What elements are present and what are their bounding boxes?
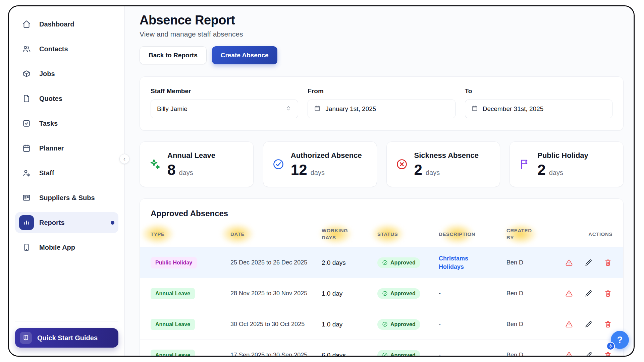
description-cell[interactable]: -: [439, 321, 441, 327]
description-cell[interactable]: -: [439, 290, 441, 297]
staff-member-select[interactable]: Billy Jamie: [151, 100, 298, 118]
sidebar-item-label: Reports: [39, 219, 65, 227]
planner-icon: [19, 141, 34, 156]
sidebar-collapse-button[interactable]: ‹: [119, 154, 129, 164]
status-label: Approved: [390, 352, 416, 356]
table-row: Annual Leave 30 Oct 2025 to 30 Oct 2025 …: [140, 309, 623, 340]
tasks-icon: [19, 116, 34, 131]
stat-title: Sickness Absence: [414, 151, 479, 160]
date-cell: 25 Dec 2025 to 26 Dec 2025: [230, 259, 322, 266]
column-header-working-days: WORKING DAYS: [322, 227, 377, 241]
quick-start-guides-label: Quick Start Guides: [37, 334, 98, 342]
status-badge: Approved: [377, 257, 420, 268]
create-absence-button[interactable]: Create Absence: [212, 46, 277, 64]
column-header-type: TYPE: [151, 231, 230, 238]
stat-title: Annual Leave: [167, 151, 215, 160]
help-button[interactable]: ?: [611, 331, 629, 349]
edit-icon[interactable]: [584, 259, 592, 267]
status-badge: Approved: [377, 319, 420, 330]
sidebar-item[interactable]: Jobs: [15, 63, 118, 84]
stat-unit: days: [549, 169, 563, 177]
check-circle-icon: [382, 352, 388, 356]
filter-panel: Staff Member Billy Jamie From January 1s…: [140, 76, 624, 131]
sidebar-item[interactable]: Dashboard: [15, 14, 118, 35]
book-icon: [20, 332, 32, 344]
description-cell[interactable]: -: [439, 352, 441, 356]
stat-card: Public Holiday 2 days: [509, 141, 624, 187]
sidebar-item[interactable]: Reports: [15, 212, 118, 233]
warning-icon[interactable]: [565, 351, 573, 356]
warning-icon[interactable]: [565, 259, 573, 267]
mobile-icon: [19, 240, 34, 255]
edit-icon[interactable]: [584, 290, 592, 298]
sidebar-item[interactable]: Quotes: [15, 88, 118, 109]
sidebar-item[interactable]: Suppliers & Subs: [15, 187, 118, 208]
delete-icon[interactable]: [604, 351, 612, 356]
sidebar-item[interactable]: Planner: [15, 138, 118, 159]
sidebar-item-label: Jobs: [39, 70, 55, 78]
delete-icon[interactable]: [604, 320, 612, 328]
sidebar-item-label: Mobile App: [39, 244, 75, 251]
stat-card: Authorized Absence 12 days: [263, 141, 377, 187]
calendar-icon: [471, 105, 478, 113]
date-cell: 28 Nov 2025 to 30 Nov 2025: [230, 290, 322, 297]
stat-unit: days: [179, 169, 193, 177]
stat-card: Annual Leave 8 days: [140, 141, 254, 187]
check-circle-icon: [272, 158, 285, 171]
type-badge: Annual Leave: [151, 288, 195, 299]
column-header-status: STATUS: [377, 231, 439, 238]
status-badge: Approved: [377, 350, 420, 356]
sidebar-item-label: Contacts: [39, 45, 68, 53]
sidebar-item-label: Quotes: [39, 95, 62, 103]
contacts-icon: [19, 42, 34, 56]
table-row: Annual Leave 17 Sep 2025 to 30 Sep 2025 …: [140, 340, 623, 356]
to-date-input[interactable]: December 31st, 2025: [465, 100, 612, 118]
edit-icon[interactable]: [584, 320, 592, 328]
description-cell[interactable]: Christams Holidays: [439, 254, 483, 271]
row-actions: [565, 259, 614, 267]
quick-start-guides-button[interactable]: Quick Start Guides: [15, 328, 118, 348]
flag-icon: [519, 158, 531, 171]
sidebar-item[interactable]: Contacts: [15, 39, 118, 59]
target-icon[interactable]: [606, 342, 615, 350]
chevron-updown-icon: [285, 105, 292, 113]
from-label: From: [308, 87, 455, 95]
suppliers-icon: [19, 190, 34, 205]
stat-unit: days: [426, 169, 440, 177]
stat-value: 2: [537, 163, 545, 177]
page-subtitle: View and manage staff absences: [140, 30, 624, 38]
table-row: Public Holiday 25 Dec 2025 to 26 Dec 202…: [140, 247, 623, 278]
from-date-field: From January 1st, 2025: [308, 87, 455, 118]
stat-value: 8: [167, 163, 175, 177]
to-date-field: To December 31st, 2025: [465, 87, 612, 118]
warning-icon[interactable]: [565, 320, 573, 328]
stat-title: Authorized Absence: [291, 151, 362, 160]
delete-icon[interactable]: [604, 290, 612, 298]
date-cell: 30 Oct 2025 to 30 Oct 2025: [230, 321, 322, 328]
check-circle-icon: [382, 291, 388, 296]
row-actions: [565, 351, 614, 356]
staff-member-field: Staff Member Billy Jamie: [151, 87, 298, 118]
sidebar-item[interactable]: Tasks: [15, 113, 118, 134]
sidebar-item-label: Planner: [39, 144, 64, 152]
delete-icon[interactable]: [604, 259, 612, 267]
table-title: Approved Absences: [140, 199, 623, 227]
table-row: Annual Leave 28 Nov 2025 to 30 Nov 2025 …: [140, 278, 623, 309]
stat-card: Sickness Absence 2 days: [386, 141, 500, 187]
app-window: Dashboard Contacts Jobs Quote: [8, 5, 635, 357]
created-by-cell: Ben D: [506, 321, 565, 328]
row-actions: [565, 320, 614, 328]
back-to-reports-button[interactable]: Back to Reports: [140, 46, 207, 64]
to-label: To: [465, 87, 612, 95]
warning-icon[interactable]: [565, 290, 573, 298]
reports-icon: [19, 215, 34, 230]
row-actions: [565, 290, 614, 298]
from-date-input[interactable]: January 1st, 2025: [308, 100, 455, 118]
table-header-row: TYPE DATE WORKING DAYS STATUS DESCRIPTIO…: [140, 227, 623, 247]
sidebar-item[interactable]: Staff: [15, 163, 118, 183]
sidebar-item[interactable]: Mobile App: [15, 237, 118, 258]
stat-value: 12: [291, 163, 307, 177]
created-by-cell: Ben D: [506, 290, 565, 297]
edit-icon[interactable]: [584, 351, 592, 356]
sidebar-item-label: Dashboard: [39, 20, 74, 28]
